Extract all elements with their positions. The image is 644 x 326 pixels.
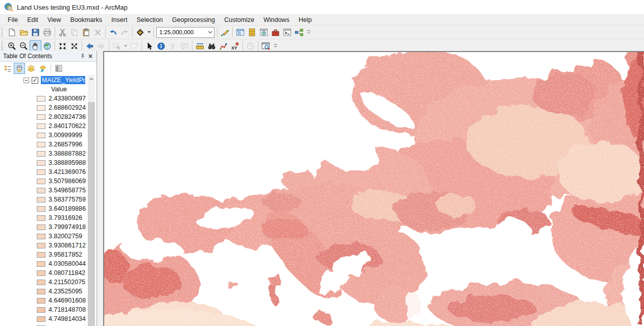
catalog-button[interactable] [246,27,258,38]
find-route-button[interactable] [218,40,229,52]
menu-item[interactable]: File [3,15,22,24]
print-button[interactable] [41,27,53,38]
menu-item[interactable]: Help [294,15,317,24]
search-window-button[interactable] [258,27,270,38]
back-extent-button[interactable] [84,40,96,52]
legend-item[interactable]: 2.802824736 [0,112,87,121]
toolbox-button[interactable] [270,27,281,38]
layer-visibility-checkbox[interactable]: ✓ [32,77,38,84]
legend-item[interactable]: 3.640189886 [0,204,87,213]
forward-extent-button[interactable] [96,40,107,52]
list-by-source-icon [15,64,23,72]
copy-button[interactable] [68,27,80,38]
pan-button[interactable] [30,40,41,52]
toolbar-options-button[interactable] [305,27,313,38]
menu-item[interactable]: Windows [259,15,294,24]
legend-item[interactable]: 4.23525095 [0,287,87,296]
legend-item[interactable]: 4.718148708 [0,305,87,314]
legend-item[interactable]: 3.00999999 [0,131,87,140]
legend-item[interactable]: 3.95817852 [0,250,87,259]
menu-item[interactable]: Edit [22,15,43,24]
go-to-xy-button[interactable]: XY [229,40,241,52]
legend-item[interactable]: 4.030580044 [0,259,87,268]
list-by-selection-button[interactable] [37,63,49,74]
collapse-expander-icon[interactable] [23,78,29,83]
legend-item[interactable]: 2.840170622 [0,121,87,131]
legend-item[interactable]: 3.799974918 [0,222,87,232]
legend-item[interactable]: 4.211502075 [0,278,87,287]
legend-item[interactable]: 4.646901608 [0,296,87,305]
editor-toolbar-button[interactable] [219,27,231,38]
legend-item[interactable]: 4.080711842 [0,268,87,278]
toolbar-grip[interactable] [2,28,4,37]
full-extent-button[interactable] [41,40,53,52]
identify-button[interactable] [155,40,167,52]
time-slider-button[interactable] [245,40,256,52]
menu-item[interactable]: Customize [220,15,259,24]
new-document-button[interactable] [6,27,18,38]
toc-options-button[interactable] [53,63,64,74]
legend-item[interactable]: 2.433800697 [0,94,87,103]
cut-button[interactable] [57,27,68,38]
add-data-dropdown[interactable] [146,27,152,38]
legend-item[interactable]: 3.549658775 [0,186,87,195]
map-scale-dropdown[interactable] [206,28,214,37]
pin-icon[interactable] [79,53,86,60]
map-canvas[interactable] [104,52,644,326]
list-by-visibility-button[interactable] [26,63,37,74]
legend-item[interactable]: 3.507986069 [0,177,87,186]
measure-button[interactable] [194,40,206,52]
python-window-button[interactable] [281,27,293,38]
legend-item[interactable]: 3.583775759 [0,195,87,204]
redo-button[interactable] [119,27,131,38]
toolbar-grip[interactable] [2,41,4,51]
list-by-source-button[interactable] [14,63,25,74]
save-button[interactable] [30,27,41,38]
layer-row[interactable]: ✓ MAIZE_YieldPote [0,75,87,85]
menu-item[interactable]: Bookmarks [66,15,107,24]
legend-item[interactable]: 3.388895988 [0,158,87,167]
html-popup-button[interactable] [179,40,190,52]
add-data-button[interactable] [134,27,146,38]
list-by-drawing-order-button[interactable] [2,63,13,74]
legend-item[interactable]: 3.82002759 [0,232,87,241]
scrollbar-thumb[interactable] [88,102,95,326]
legend-item[interactable]: 3.930861712 [0,241,87,250]
hyperlink-button[interactable] [167,40,179,52]
close-icon[interactable]: × [86,52,94,60]
legend-item[interactable]: 3.421369076 [0,167,87,177]
menu-item[interactable]: Insert [107,15,132,24]
undo-button[interactable] [107,27,119,38]
toc-header[interactable]: Table Of Contents × [0,51,97,62]
legend-item[interactable]: 3.79316926 [0,213,87,222]
delete-button[interactable] [92,27,104,38]
zoom-out-button[interactable] [18,40,30,52]
clear-selection-button[interactable] [128,40,140,52]
paste-button[interactable] [80,27,92,38]
scrollbar-up-button[interactable] [88,75,95,83]
select-features-button[interactable] [111,40,123,52]
zoom-in-button[interactable] [6,40,18,52]
legend-item[interactable]: 3.388887882 [0,149,87,158]
select-features-dropdown[interactable] [123,40,128,52]
map-scale-input[interactable] [157,29,206,36]
fixed-zoom-out-button[interactable] [68,40,80,52]
layer-name[interactable]: MAIZE_YieldPote [41,76,85,84]
legend-item[interactable] [0,323,87,326]
open-button[interactable] [18,27,30,38]
toc-window-button[interactable] [234,27,246,38]
legend-item[interactable]: 4.749814034 [0,314,87,323]
menu-item[interactable]: Selection [132,15,167,24]
toolbar-options-button[interactable] [272,40,279,52]
modelbuilder-button[interactable] [293,27,305,38]
legend-item[interactable]: 3.26857996 [0,140,87,149]
menu-item[interactable]: View [43,15,66,24]
menu-item[interactable]: Geoprocessing [168,15,220,24]
legend-item[interactable]: 2.688602924 [0,103,87,112]
viewer-window-button[interactable] [260,40,272,52]
fixed-zoom-in-button[interactable] [57,40,68,52]
find-button[interactable] [206,40,218,52]
legend-value: 4.23525095 [49,288,82,295]
select-elements-button[interactable] [144,40,155,52]
toc-scrollbar[interactable] [88,75,95,326]
